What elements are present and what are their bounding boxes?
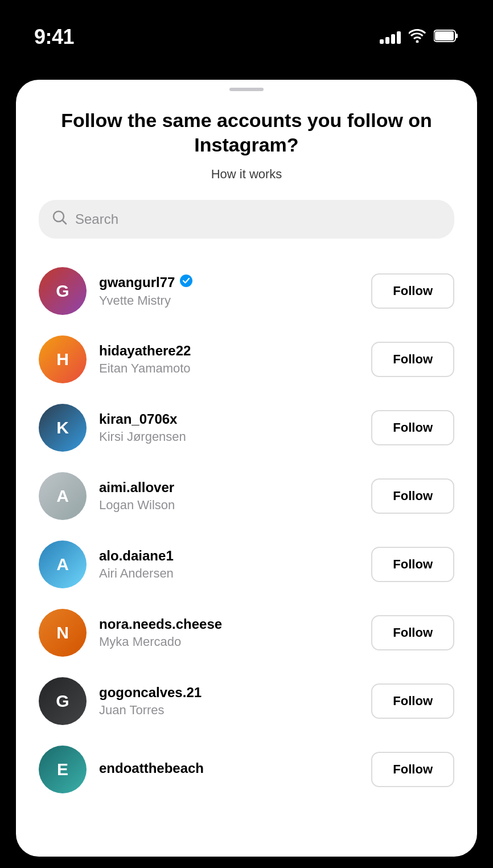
account-row: Ggwangurl77Yvette MistryFollow: [39, 257, 454, 325]
account-username: gogoncalves.21: [99, 685, 202, 701]
avatar: K: [39, 404, 87, 452]
follow-button[interactable]: Follow: [371, 342, 454, 377]
account-username: gwangurl77: [99, 275, 175, 290]
account-info: gogoncalves.21Juan Torres: [99, 685, 371, 718]
follow-button[interactable]: Follow: [371, 478, 454, 514]
account-fullname: Airi Andersen: [99, 566, 371, 581]
follow-button[interactable]: Follow: [371, 547, 454, 582]
account-username: aimi.allover: [99, 480, 174, 496]
battery-icon: [434, 30, 459, 44]
follow-button[interactable]: Follow: [371, 410, 454, 445]
account-fullname: Yvette Mistry: [99, 293, 371, 308]
avatar: N: [39, 609, 87, 657]
account-info: hidayathere22Eitan Yamamoto: [99, 343, 371, 376]
account-row: EendoatthebeachFollow: [39, 735, 454, 798]
bottom-sheet: Follow the same accounts you follow on I…: [16, 80, 477, 857]
username-row: nora.needs.cheese: [99, 616, 371, 632]
account-username: endoatthebeach: [99, 760, 204, 776]
account-row: Aaimi.alloverLogan WilsonFollow: [39, 462, 454, 530]
account-row: Hhidayathere22Eitan YamamotoFollow: [39, 325, 454, 394]
search-placeholder: Search: [75, 211, 118, 227]
avatar: E: [39, 746, 87, 793]
account-fullname: Eitan Yamamoto: [99, 361, 371, 376]
username-row: endoatthebeach: [99, 760, 371, 776]
account-list: Ggwangurl77Yvette MistryFollowHhidayathe…: [39, 257, 454, 798]
how-it-works-link[interactable]: How it works: [39, 167, 454, 182]
account-row: Aalo.daiane1Airi AndersenFollow: [39, 530, 454, 599]
username-row: alo.daiane1: [99, 548, 371, 564]
svg-point-5: [180, 275, 192, 287]
account-row: Ggogoncalves.21Juan TorresFollow: [39, 667, 454, 735]
avatar: A: [39, 541, 87, 588]
phone-frame: 9:41: [0, 0, 493, 868]
account-info: gwangurl77Yvette Mistry: [99, 274, 371, 308]
status-bar: 9:41: [0, 0, 493, 74]
avatar: H: [39, 335, 87, 383]
search-icon: [52, 210, 67, 228]
account-row: Nnora.needs.cheeseMyka MercadoFollow: [39, 599, 454, 667]
follow-button[interactable]: Follow: [371, 683, 454, 719]
account-row: Kkiran_0706xKirsi JørgensenFollow: [39, 394, 454, 462]
username-row: hidayathere22: [99, 343, 371, 359]
avatar: G: [39, 267, 87, 315]
username-row: kiran_0706x: [99, 411, 371, 427]
wifi-icon: [409, 29, 426, 45]
follow-button[interactable]: Follow: [371, 752, 454, 787]
account-fullname: Myka Mercado: [99, 634, 371, 649]
avatar: A: [39, 472, 87, 520]
search-bar[interactable]: Search: [39, 200, 454, 239]
svg-rect-2: [435, 31, 454, 40]
account-info: aimi.alloverLogan Wilson: [99, 480, 371, 513]
account-fullname: Juan Torres: [99, 703, 371, 718]
avatar: G: [39, 677, 87, 725]
account-username: hidayathere22: [99, 343, 191, 359]
username-row: gogoncalves.21: [99, 685, 371, 701]
account-fullname: Logan Wilson: [99, 498, 371, 513]
username-row: gwangurl77: [99, 274, 371, 291]
account-username: alo.daiane1: [99, 548, 174, 564]
account-info: alo.daiane1Airi Andersen: [99, 548, 371, 581]
svg-line-4: [63, 220, 67, 224]
svg-rect-1: [455, 34, 458, 38]
follow-button[interactable]: Follow: [371, 273, 454, 309]
account-username: kiran_0706x: [99, 411, 177, 427]
sheet-title: Follow the same accounts you follow on I…: [39, 108, 454, 157]
verified-badge: [179, 274, 193, 291]
status-time: 9:41: [34, 25, 74, 49]
signal-icon: [380, 30, 401, 44]
account-username: nora.needs.cheese: [99, 616, 222, 632]
status-icons: [380, 29, 459, 45]
account-info: endoatthebeach: [99, 760, 371, 779]
username-row: aimi.allover: [99, 480, 371, 496]
sheet-content: Follow the same accounts you follow on I…: [16, 91, 477, 857]
account-info: kiran_0706xKirsi Jørgensen: [99, 411, 371, 444]
follow-button[interactable]: Follow: [371, 615, 454, 650]
account-fullname: Kirsi Jørgensen: [99, 429, 371, 444]
account-info: nora.needs.cheeseMyka Mercado: [99, 616, 371, 649]
